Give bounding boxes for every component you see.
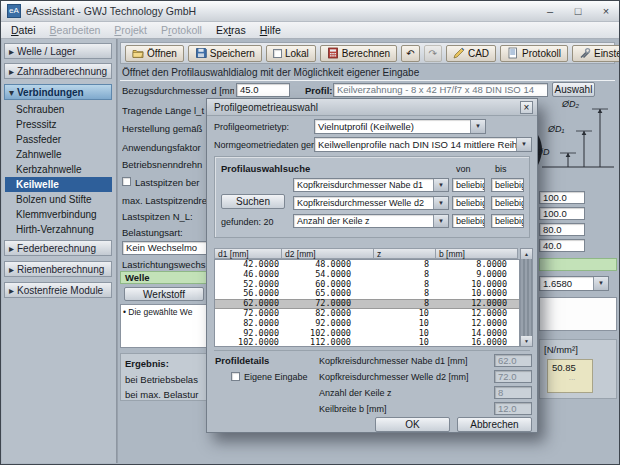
protocol-button[interactable]: Protokoll (500, 45, 568, 62)
shaft-note-box: • Die gewählte We (120, 304, 208, 348)
sidebar-item-kerbzahnwelle[interactable]: Kerbzahnwelle (5, 162, 112, 177)
cad-button[interactable]: CAD (446, 45, 496, 62)
chevron-down-icon[interactable]: ▼ (593, 277, 608, 290)
table-scrollbar[interactable]: ▲ ▼ (520, 248, 533, 347)
lokal-checkbox[interactable] (273, 49, 282, 58)
chevron-down-icon[interactable]: ▼ (433, 215, 448, 227)
sidebar-section-verbindungen[interactable]: ▾Verbindungen (4, 84, 112, 100)
document-icon (507, 47, 519, 59)
material-button[interactable]: Werkstoff (124, 287, 204, 301)
table-header-d1[interactable]: d1 [mm] (214, 248, 282, 259)
close-button[interactable]: × (599, 5, 613, 17)
right-field-3[interactable]: 80.0 (539, 223, 585, 236)
table-header-b[interactable]: b [mm] (436, 248, 518, 259)
criterion-2-dropdown[interactable]: Kopfkreisdurchmesser Welle d2 ▼ (293, 196, 449, 210)
window-title: eAssistant - GWJ Technology GmbH (26, 5, 196, 17)
criterion-3-from-field[interactable]: beliebig (452, 214, 485, 228)
chevron-down-icon[interactable]: ▼ (433, 179, 448, 191)
sidebar-item-klemmverbindung[interactable]: Klemmverbindung (5, 207, 112, 222)
calculate-button[interactable]: Berechnen (320, 45, 397, 62)
table-header-d2[interactable]: d2 [mm] (282, 248, 374, 259)
criterion-3-dropdown[interactable]: Anzahl der Keile z ▼ (293, 214, 449, 228)
custom-input-checkbox[interactable] (231, 372, 240, 381)
profile-label: Profil: (305, 85, 332, 96)
settings-button[interactable]: Einstellungen (572, 45, 620, 62)
table-row[interactable]: 102.0000112.00001016.0000 (215, 338, 519, 347)
menu-projekt: Projekt (108, 23, 153, 37)
sidebar-section-riemenberechnung[interactable]: ▸Riemenberechnung (4, 261, 112, 277)
chevron-down-icon[interactable]: ▼ (516, 138, 531, 151)
chevron-down-icon[interactable]: ▼ (470, 120, 485, 133)
sidebar-section-federberechnung[interactable]: ▸Federberechnung (4, 240, 112, 256)
undo-button[interactable]: ↶ (401, 45, 419, 62)
right-field-1[interactable]: 100.0 (539, 191, 585, 204)
sidebar-section-welle-lager[interactable]: ▸Welle / Lager (4, 43, 112, 59)
sidebar-item-keilwelle[interactable]: Keilwelle (5, 177, 112, 192)
chevron-right-icon: ▸ (9, 262, 17, 278)
sidebar-item-hirth-verzahnung[interactable]: Hirth-Verzahnung (5, 222, 112, 237)
sidebar-item-zahnwelle[interactable]: Zahnwelle (5, 147, 112, 162)
sidebar-item-presssitz[interactable]: Presssitz (5, 117, 112, 132)
right-field-2[interactable]: 100.0 (539, 207, 585, 220)
table-cell: 16.0000 (437, 338, 519, 347)
cad-pencil-icon (453, 47, 465, 59)
type-dropdown[interactable]: Vielnutprofil (Keilwelle) ▼ (314, 119, 486, 134)
dialog-close-button[interactable]: × (520, 101, 533, 114)
lokal-toggle[interactable]: Lokal (266, 45, 316, 62)
save-disk-icon (195, 47, 207, 59)
reference-diameter-label: Bezugsdurchmesser d [mm]: (122, 85, 234, 96)
reference-diameter-field[interactable]: 45.0 (236, 83, 290, 97)
dim-label-d1: ØD₁ (548, 124, 564, 134)
cancel-button[interactable]: Abbrechen (457, 417, 532, 432)
chevron-down-icon[interactable]: ▼ (433, 197, 448, 209)
criterion-2-from-field[interactable]: beliebig (452, 196, 485, 210)
result-panel: Ergebnis: bei Betriebsbelas bei max. Bel… (120, 353, 208, 401)
chevron-right-icon: ▸ (9, 44, 17, 60)
menu-extras[interactable]: Extras (210, 23, 252, 37)
ok-button[interactable]: OK (375, 417, 450, 432)
sidebar-item-bolzen-und-stifte[interactable]: Bolzen und Stifte (5, 192, 112, 207)
criterion-2-to-field[interactable]: beliebig (491, 196, 524, 210)
sidebar: ▸Welle / Lager ▸Zahnradberechnung ▾Verbi… (2, 39, 117, 463)
load-type-dropdown[interactable]: Kein Wechselmo (122, 241, 207, 255)
norm-dropdown[interactable]: Keilwellenprofile nach DIN ISO 14 mittle… (314, 137, 532, 152)
scroll-down-icon[interactable]: ▼ (521, 335, 532, 346)
chevron-right-icon: ▸ (9, 283, 17, 299)
sidebar-item-passfeder[interactable]: Passfeder (5, 132, 112, 147)
chevron-right-icon: ▸ (9, 241, 17, 257)
criterion-3-to-field[interactable]: beliebig (491, 214, 524, 228)
right-field-4[interactable]: 40.0 (539, 239, 585, 252)
search-button[interactable]: Suchen (221, 194, 285, 209)
label-tragende-laenge: Tragende Länge l_t (122, 105, 208, 116)
criterion-1-dropdown[interactable]: Kopfkreisdurchmesser Nabe d1 ▼ (293, 178, 449, 192)
redo-icon: ↷ (429, 48, 437, 59)
label-belastungsart: Belastungsart: (122, 227, 208, 238)
sidebar-section-kostenfreie-module[interactable]: ▸Kostenfreie Module (4, 282, 112, 298)
criterion-1-from-field[interactable]: beliebig (452, 178, 485, 192)
details-divider (214, 350, 530, 351)
label-lastspitzen: Lastspitzen ber (135, 177, 208, 188)
detail-field-d1: 62.0 (494, 354, 532, 367)
criterion-1-to-field[interactable]: beliebig (491, 178, 524, 192)
open-button[interactable]: Öffnen (125, 45, 184, 62)
label-herstellung: Herstellung gemäß (122, 123, 208, 134)
app-icon: eA (7, 4, 21, 18)
save-button[interactable]: Speichern (188, 45, 262, 62)
minimize-button[interactable]: – (543, 5, 557, 17)
material-section-strip (539, 258, 617, 271)
menu-datei[interactable]: Datei (5, 23, 42, 37)
lastspitzen-checkbox[interactable] (122, 177, 131, 186)
table-header-z[interactable]: z (374, 248, 436, 259)
stress-dots: ... (552, 373, 592, 382)
menu-protokoll: Protokoll (155, 23, 208, 37)
material-dropdown[interactable]: 1.6580 ▼ (539, 276, 609, 291)
sidebar-section-zahnradberechnung[interactable]: ▸Zahnradberechnung (4, 63, 112, 79)
scrollbar-thumb[interactable] (521, 259, 532, 336)
search-group-header: Profilauswahlsuche (221, 163, 310, 174)
maximize-button[interactable]: □ (571, 5, 585, 17)
sidebar-item-schrauben[interactable]: Schrauben (5, 102, 112, 117)
menu-hilfe[interactable]: Hilfe (254, 23, 287, 37)
calculator-icon (327, 47, 339, 59)
criterion-3-label: Anzahl der Keile z (294, 215, 433, 227)
to-column-label: bis (495, 164, 507, 174)
